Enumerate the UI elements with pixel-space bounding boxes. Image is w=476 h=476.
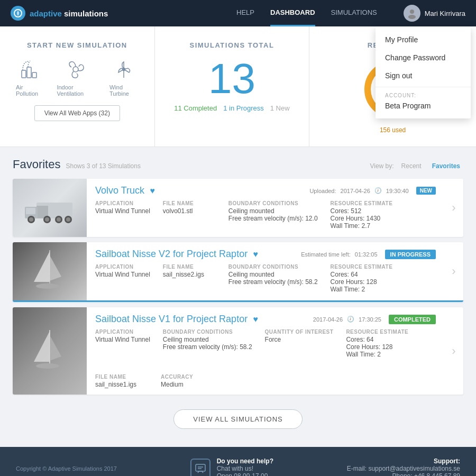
sv2-boundary-label: BOUNDARY CONDITIONS — [228, 264, 318, 270]
svg-marker-29 — [34, 331, 50, 362]
navbar: adaptive simulations HELP DASHBOARD SIMU… — [0, 0, 476, 26]
sim-header-sailboat-v2: Sailboat Nisse V2 for Project Raptor ♥ E… — [95, 249, 436, 260]
sv2-resource-value: Cores: 64Core Hours: 128Wall Time: 2 — [331, 271, 393, 293]
svg-point-27 — [36, 283, 59, 289]
nav-links: HELP DASHBOARD SIMULATIONS Mari Kirrivar… — [236, 0, 465, 26]
sv2-boundary-value: Ceiling mountedFree stream velocity (m/s… — [228, 271, 318, 286]
sim-thumb-volvo — [13, 179, 87, 237]
svg-point-2 — [408, 15, 416, 19]
sailboat-v1-file: FILE NAME sail_nisse1.igs — [95, 374, 148, 388]
sim-total-panel: SIMULATIONS TOTAL 13 11 Completed 1 in P… — [154, 26, 309, 147]
sim-name-volvo: Volvo Truck ♥ — [95, 185, 155, 196]
sim-body-sailboat-v1: Sailboat Nisse V1 for Project Raptor ♥ 2… — [87, 307, 444, 395]
sailboat-v1-arrow[interactable]: › — [444, 307, 463, 395]
clock-icon-v1: 🕖 — [347, 316, 354, 323]
sv1-file-label: FILE NAME — [95, 374, 148, 380]
footer-chat-sub: Chat with us!Open 08.00-17.00 — [217, 465, 273, 476]
view-recent-button[interactable]: Recent — [398, 161, 425, 171]
sailboat-v1-resource: RESOURCE ESTIMATE Cores: 64Core Hours: 1… — [346, 329, 408, 358]
sim-total-number: 13 — [171, 58, 294, 100]
volvo-title: Volvo Truck — [95, 185, 144, 196]
logo[interactable]: adaptive simulations — [11, 6, 108, 21]
dropdown-sign-out[interactable]: Sign out — [376, 67, 471, 85]
start-sim-title: START NEW SIMULATION — [16, 41, 139, 49]
sailboat-v1-details: APPLICATION Virtual Wind Tunnel BOUNDARY… — [95, 329, 436, 388]
nav-user[interactable]: Mari Kirrivara — [404, 5, 465, 22]
sv2-file-label: FILE NAME — [163, 264, 216, 270]
footer-support-title: Support: — [347, 457, 460, 465]
view-favorites-button[interactable]: Favorites — [429, 161, 463, 171]
dropdown-divider — [376, 87, 471, 87]
dropdown-account-label: ACCOUNT: — [376, 89, 471, 99]
favorites-header: Favorites Shows 3 of 13 Simulations View… — [13, 158, 463, 171]
sv1-quantity-value: Force — [265, 336, 334, 343]
view-all-webapps-button[interactable]: View All Web Apps (32) — [34, 105, 120, 121]
sv1-quantity-label: QUANTITY OF INTEREST — [265, 329, 334, 335]
footer-chat-title: Do you need help? — [217, 457, 273, 465]
truck-thumbnail — [13, 179, 87, 237]
svg-point-6 — [73, 67, 78, 72]
start-sim-panel: START NEW SIMULATION Air Pollution — [0, 26, 154, 147]
sim-icon-ventilation[interactable]: Indoor Ventilation — [57, 58, 95, 97]
svg-rect-15 — [26, 208, 35, 214]
stat-completed: 11 Completed — [174, 104, 217, 112]
sim-body-volvo: Volvo Truck ♥ Uploaded: 2017-04-26 🕖 19:… — [87, 179, 444, 237]
view-by-label: View by: — [370, 162, 393, 170]
sim-total-title: SIMULATIONS TOTAL — [171, 41, 294, 49]
ventilation-label: Indoor Ventilation — [57, 84, 95, 97]
footer-support: Support: E-mail: support@adaptivesimulat… — [347, 457, 460, 476]
svg-point-1 — [410, 10, 414, 14]
sv1-app-value: Virtual Wind Tunnel — [95, 336, 150, 343]
sailboat-v1-thumbnail — [13, 307, 87, 395]
volvo-favorite-icon[interactable]: ♥ — [150, 186, 155, 195]
chat-icon[interactable] — [190, 459, 210, 476]
view-all-sims-section: VIEW ALL SIMULATIONS — [13, 400, 463, 442]
sim-stats: 11 Completed 1 in Progress 1 New — [171, 104, 294, 112]
nav-help[interactable]: HELP — [236, 0, 254, 26]
sv1-boundary-value: Ceiling mountedFree stream velocity (m/s… — [163, 336, 252, 351]
sailboat-v1-quantity: QUANTITY OF INTEREST Force — [265, 329, 334, 358]
dropdown-change-password[interactable]: Change Password — [376, 49, 471, 67]
sailboat-v1-favorite-icon[interactable]: ♥ — [253, 315, 259, 324]
sv1-file-value: sail_nisse1.igs — [95, 381, 148, 388]
svg-marker-25 — [34, 251, 50, 282]
volvo-time: 19:30:40 — [386, 188, 409, 194]
nav-dashboard[interactable]: DASHBOARD — [270, 0, 315, 26]
sv1-resource-label: RESOURCE ESTIMATE — [346, 329, 408, 335]
footer: Copyright © Adaptive Simulations 2017 Do… — [0, 447, 476, 476]
sim-icon-wind-turbine[interactable]: Wind Turbine — [109, 58, 139, 97]
svg-marker-30 — [50, 335, 61, 361]
volvo-meta: Uploaded: 2017-04-26 🕖 19:30:40 NEW — [309, 187, 436, 195]
sailboat-v2-meta: Estimated time left: 01:32:05 IN PROGRES… — [301, 250, 436, 259]
footer-chat: Do you need help? Chat with us!Open 08.0… — [190, 457, 273, 476]
dropdown-account-value: Beta Program — [376, 99, 471, 114]
sailboat-v2-file: FILE NAME sail_nisse2.igs — [163, 264, 216, 293]
sailboat-v2-time-left: 01:32:05 — [355, 251, 378, 258]
sv1-app-label: APPLICATION — [95, 329, 150, 335]
sim-name-sailboat-v2: Sailboat Nisse V2 for Project Raptor ♥ — [95, 249, 258, 260]
volvo-arrow[interactable]: › — [444, 179, 463, 237]
nav-simulations[interactable]: SIMULATIONS — [331, 0, 377, 26]
svg-rect-3 — [22, 70, 26, 78]
footer-copyright: Copyright © Adaptive Simulations 2017 — [16, 465, 117, 472]
favorites-title: Favorites — [13, 158, 60, 171]
footer-chat-text: Do you need help? Chat with us!Open 08.0… — [217, 457, 273, 476]
sv2-app-label: APPLICATION — [95, 264, 150, 270]
sv1-accuracy-label: ACCURACY — [161, 374, 214, 380]
svg-point-31 — [36, 363, 59, 369]
sailboat-v2-favorite-icon[interactable]: ♥ — [253, 250, 259, 259]
sailboat-v1-boundary: BOUNDARY CONDITIONS Ceiling mountedFree … — [163, 329, 252, 358]
favorites-section: Favorites Shows 3 of 13 Simulations View… — [0, 147, 476, 447]
dropdown-my-profile[interactable]: My Profile — [376, 31, 471, 49]
sim-header-sailboat-v1: Sailboat Nisse V1 for Project Raptor ♥ 2… — [95, 314, 436, 325]
view-all-simulations-button[interactable]: VIEW ALL SIMULATIONS — [173, 409, 303, 429]
sim-icons: Air Pollution Indoor Ventilation — [16, 58, 139, 97]
resource-used: 156 used — [325, 126, 460, 134]
sailboat-v2-resource: RESOURCE ESTIMATE Cores: 64Core Hours: 1… — [331, 264, 393, 293]
sailboat-v2-arrow[interactable]: › — [444, 242, 463, 300]
sv1-boundary-label: BOUNDARY CONDITIONS — [163, 329, 252, 335]
svg-rect-4 — [27, 67, 31, 78]
sim-icon-air-pollution[interactable]: Air Pollution — [16, 58, 42, 97]
air-pollution-label: Air Pollution — [16, 84, 42, 97]
volvo-details: APPLICATION Virtual Wind Tunnel FILE NAM… — [95, 200, 436, 230]
